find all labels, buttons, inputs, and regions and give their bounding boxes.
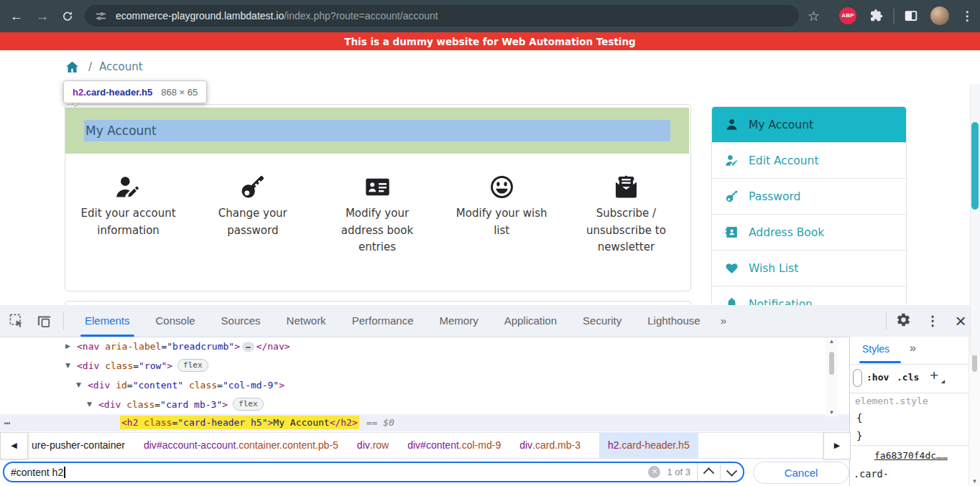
- flex-badge[interactable]: flex: [233, 398, 264, 411]
- scroll-down-icon[interactable]: ▼: [969, 478, 980, 485]
- quick-link-item[interactable]: Subscribe / unsubscribe to newsletter: [564, 174, 688, 256]
- flex-badge[interactable]: flex: [177, 359, 208, 372]
- toggle-hover-state-button[interactable]: :hov: [866, 372, 889, 383]
- more-tabs-icon[interactable]: »: [713, 305, 734, 337]
- quick-link-item[interactable]: Edit your account information: [66, 174, 190, 256]
- devtools-tab-application[interactable]: Application: [491, 305, 570, 337]
- search-next-button[interactable]: [721, 463, 743, 481]
- url-domain: ecommerce-playground.lambdatest.io: [116, 10, 284, 22]
- quick-link-item[interactable]: Change your password: [190, 174, 315, 256]
- extensions-puzzle-icon[interactable]: [869, 8, 884, 23]
- code-token: id: [116, 380, 127, 391]
- styles-rule-divider: [850, 445, 969, 446]
- devtools-tab-network[interactable]: Network: [274, 305, 339, 337]
- code-token: <div: [98, 399, 126, 410]
- node-actions-icon[interactable]: ⋯: [4, 414, 11, 431]
- selected-node-marker: == $0: [366, 417, 394, 428]
- devtools-tab-security[interactable]: Security: [570, 305, 634, 337]
- page-scrollbar-thumb[interactable]: [971, 122, 979, 210]
- sidebar-item-edit-account[interactable]: Edit Account: [712, 142, 906, 178]
- breadcrumb-scroll-right-button[interactable]: ▶: [823, 432, 851, 459]
- dummy-site-banner: This is a dummy website for Web Automati…: [0, 32, 980, 50]
- search-clear-icon[interactable]: ×: [648, 466, 660, 478]
- reload-icon[interactable]: [61, 9, 74, 22]
- devtools-close-icon[interactable]: ×: [950, 308, 971, 335]
- quick-link-item[interactable]: Modify your address book entries: [315, 174, 439, 256]
- devtools-tab-memory[interactable]: Memory: [427, 305, 491, 337]
- site-info-icon[interactable]: [95, 10, 107, 22]
- dom-crumb-selected[interactable]: h2.card-header.h5: [599, 432, 698, 458]
- dom-tree-scrollbar[interactable]: ▲ ▼: [826, 337, 838, 416]
- search-cancel-button[interactable]: Cancel: [753, 462, 849, 484]
- code-token: >: [279, 380, 285, 391]
- dom-node[interactable]: ▼<div class="card mb-3">flex: [0, 395, 849, 414]
- scroll-down-icon[interactable]: ▼: [826, 409, 838, 416]
- styles-more-tabs-icon[interactable]: »: [910, 342, 916, 355]
- toggle-classes-button[interactable]: .cls: [897, 372, 919, 383]
- sidebar-item-label: Address Book: [749, 226, 824, 239]
- dom-crumb[interactable]: div.row: [357, 432, 389, 458]
- code-token: >: [167, 360, 172, 371]
- tab-styles[interactable]: Styles: [862, 343, 889, 355]
- dom-node-selected[interactable]: ⋯<h2 class="card-header h5">My Account</…: [0, 414, 849, 431]
- device-toolbar-icon[interactable]: [36, 313, 52, 330]
- side-panel-icon[interactable]: [903, 8, 919, 24]
- url-bar[interactable]: ecommerce-playground.lambdatest.io/index…: [85, 5, 799, 27]
- sidebar-item-address-book[interactable]: Address Book: [712, 214, 906, 250]
- search-previous-button[interactable]: [698, 463, 720, 481]
- back-icon[interactable]: ←: [6, 0, 27, 32]
- dom-scrollbar-thumb[interactable]: [829, 352, 834, 375]
- home-icon[interactable]: [65, 60, 80, 75]
- tooltip-dimensions: 868 × 65: [161, 87, 198, 98]
- stylesheet-source-link[interactable]: fa68370f4dc……: [874, 450, 948, 461]
- profile-avatar[interactable]: [930, 6, 949, 25]
- adblock-extension-icon[interactable]: ABP: [839, 7, 856, 24]
- inspect-element-icon[interactable]: [9, 313, 24, 329]
- quick-link-item[interactable]: Modify your wish list: [440, 174, 564, 256]
- sidebar-item-wish-list[interactable]: Wish List: [712, 250, 906, 286]
- crumb-token: div: [407, 439, 420, 451]
- scroll-up-icon[interactable]: ▲: [826, 338, 838, 345]
- tree-expanded-icon[interactable]: ▼: [65, 356, 70, 375]
- devtools-tab-performance[interactable]: Performance: [339, 305, 427, 337]
- browser-window: ← → ecommerce-playground.lambdatest.io/i…: [0, 0, 980, 486]
- expand-children-icon[interactable]: …: [242, 342, 254, 352]
- element-style-label[interactable]: element.style: [855, 396, 928, 406]
- devtools-tab-elements[interactable]: Elements: [72, 305, 143, 337]
- code-token: My Account: [273, 417, 329, 428]
- user-edit-icon: [115, 174, 142, 200]
- devtools-tab-lighthouse[interactable]: Lighthouse: [634, 305, 713, 337]
- browser-menu-icon[interactable]: ⋮: [960, 8, 974, 24]
- devtools-tab-sources[interactable]: Sources: [208, 305, 274, 337]
- breadcrumb-scroll-left-button[interactable]: ◀: [0, 432, 28, 459]
- tree-expanded-icon[interactable]: ▼: [76, 375, 81, 395]
- sidebar-item-password[interactable]: Password: [712, 178, 906, 214]
- devtools-settings-icon[interactable]: [896, 312, 911, 327]
- forward-icon[interactable]: →: [32, 0, 53, 32]
- tree-collapsed-icon[interactable]: ▶: [65, 337, 70, 356]
- sidebar-item-notification[interactable]: Notification: [712, 286, 906, 307]
- new-style-rule-button[interactable]: +: [930, 367, 938, 384]
- devtools-menu-icon[interactable]: ⋮: [925, 309, 940, 333]
- styles-filter-input[interactable]: [853, 369, 862, 387]
- sidebar-item-my-account[interactable]: My Account: [712, 107, 906, 142]
- dom-crumb[interactable]: div.card.mb-3: [519, 432, 581, 458]
- dom-crumb[interactable]: div#account-account.container.content.pb…: [144, 432, 338, 458]
- inspect-tooltip: h2.card-header.h5 868 × 65: [63, 80, 207, 103]
- crumb-token: ure-pusher-container: [32, 439, 125, 451]
- styles-scrollbar[interactable]: ▲ ▼: [969, 337, 980, 486]
- url-text[interactable]: ecommerce-playground.lambdatest.io/index…: [116, 10, 438, 22]
- dom-crumb[interactable]: div#content.col-md-9: [407, 432, 501, 458]
- code-token: aria-label: [105, 341, 161, 352]
- dom-node[interactable]: ▶<nav aria-label="breadcrumb">…</nav>: [0, 337, 849, 356]
- quick-link-label: Subscribe / unsubscribe to newsletter: [578, 205, 674, 256]
- dom-crumb[interactable]: ure-pusher-container: [32, 432, 125, 458]
- dom-node[interactable]: ▼<div id="content" class="col-md-9">: [0, 375, 849, 395]
- bookmark-star-icon[interactable]: ☆: [808, 9, 820, 24]
- code-token: <nav: [77, 341, 105, 352]
- dom-search-input[interactable]: #content h2 × 1 of 3: [3, 462, 744, 482]
- devtools-tab-console[interactable]: Console: [143, 305, 208, 337]
- dom-node[interactable]: ▼<div class="row">flex: [0, 356, 849, 375]
- tree-expanded-icon[interactable]: ▼: [87, 395, 92, 414]
- key-icon: [725, 190, 739, 203]
